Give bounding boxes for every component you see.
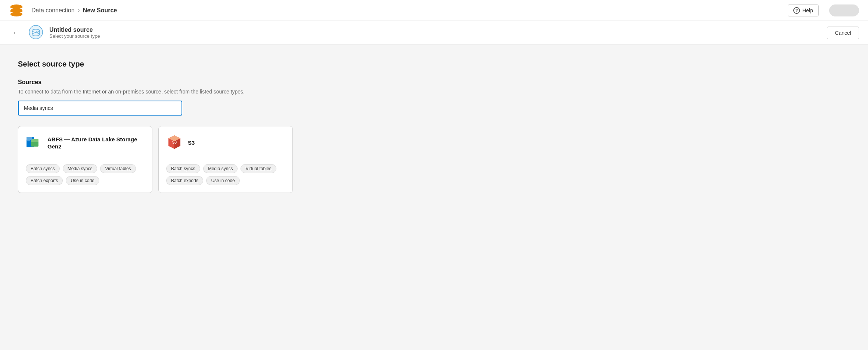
source-title: Untitled source bbox=[49, 27, 100, 33]
top-bar-left: Data connection › New Source bbox=[9, 2, 117, 19]
breadcrumb-parent[interactable]: Data connection bbox=[31, 7, 75, 14]
s3-logo: S3 bbox=[166, 134, 183, 152]
svg-rect-12 bbox=[31, 139, 38, 142]
top-bar-right: ? Help bbox=[788, 4, 859, 16]
help-icon: ? bbox=[793, 7, 800, 14]
svg-rect-3 bbox=[10, 10, 22, 12]
tag: Use in code bbox=[206, 176, 239, 185]
svg-point-4 bbox=[10, 12, 22, 16]
svg-rect-1 bbox=[10, 7, 22, 8]
search-input[interactable] bbox=[18, 101, 182, 116]
svg-text:S3: S3 bbox=[172, 140, 177, 144]
card-header-abfs: ABFS — Azure Data Lake Storage Gen2 bbox=[18, 126, 152, 158]
sub-header: ← Untitled source Select your source typ… bbox=[0, 21, 868, 45]
card-title-s3: S3 bbox=[188, 139, 195, 147]
tag: Batch syncs bbox=[166, 164, 200, 173]
sources-section: Sources To connect to data from the Inte… bbox=[18, 79, 850, 116]
source-card-s3[interactable]: S3 S3 Batch syncsMedia syncsVirtual tabl… bbox=[158, 126, 293, 193]
tag: Media syncs bbox=[203, 164, 238, 173]
abfs-logo bbox=[26, 134, 42, 152]
tag: Batch exports bbox=[26, 176, 63, 185]
svg-point-14 bbox=[27, 140, 30, 141]
breadcrumb-current: New Source bbox=[83, 7, 117, 14]
help-button[interactable]: ? Help bbox=[788, 4, 819, 16]
sources-label: Sources bbox=[18, 79, 850, 86]
tag: Media syncs bbox=[63, 164, 97, 173]
main-content: Select source type Sources To connect to… bbox=[0, 45, 868, 350]
tag: Virtual tables bbox=[241, 164, 276, 173]
help-label: Help bbox=[802, 7, 813, 13]
source-info: Untitled source Select your source type bbox=[49, 27, 100, 39]
tag: Batch exports bbox=[166, 176, 203, 185]
tag: Virtual tables bbox=[100, 164, 136, 173]
card-tags-s3: Batch syncsMedia syncsVirtual tablesBatc… bbox=[159, 158, 292, 193]
sources-description: To connect to data from the Internet or … bbox=[18, 89, 850, 95]
back-button[interactable]: ← bbox=[9, 27, 22, 39]
cards-grid: ABFS — Azure Data Lake Storage Gen2 Batc… bbox=[18, 126, 850, 193]
svg-rect-13 bbox=[27, 137, 32, 140]
sub-header-left: ← Untitled source Select your source typ… bbox=[9, 25, 100, 41]
tag: Use in code bbox=[66, 176, 99, 185]
source-subtitle: Select your source type bbox=[49, 33, 100, 39]
breadcrumb-separator: › bbox=[78, 6, 80, 14]
page-title: Select source type bbox=[18, 60, 850, 68]
tag: Batch syncs bbox=[26, 164, 60, 173]
source-card-abfs[interactable]: ABFS — Azure Data Lake Storage Gen2 Batc… bbox=[18, 126, 152, 193]
card-header-s3: S3 S3 bbox=[159, 126, 292, 158]
cancel-button[interactable]: Cancel bbox=[827, 27, 859, 39]
breadcrumb: Data connection › New Source bbox=[31, 6, 117, 14]
avatar bbox=[829, 4, 859, 16]
card-tags-abfs: Batch syncsMedia syncsVirtual tablesBatc… bbox=[18, 158, 152, 193]
app-logo bbox=[9, 2, 27, 19]
top-bar: Data connection › New Source ? Help bbox=[0, 0, 868, 21]
card-title-abfs: ABFS — Azure Data Lake Storage Gen2 bbox=[47, 136, 145, 150]
source-icon-wrapper bbox=[28, 25, 43, 41]
